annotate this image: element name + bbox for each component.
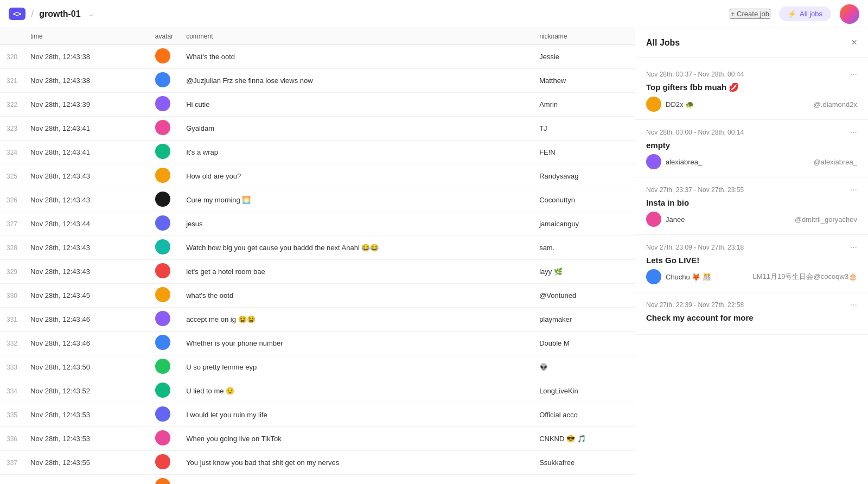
row-avatar: [149, 332, 180, 355]
row-avatar: [149, 236, 180, 260]
job-card[interactable]: Nov 27th, 23:09 - Nov 27th, 23:18 ··· Le…: [635, 235, 868, 292]
row-nickname: layy 🌿: [533, 260, 635, 284]
close-button[interactable]: ×: [851, 37, 857, 48]
job-user-avatar: [646, 154, 661, 169]
row-comment: Cure my morning 🌅: [180, 188, 533, 212]
job-username: alexiabrea_: [666, 158, 702, 166]
col-header-nickname: nickname: [533, 28, 635, 45]
job-card-header: Nov 28th, 00:00 - Nov 28th, 00:14 ···: [646, 128, 857, 137]
table-row: 337 Nov 28th, 12:43:55 You just know you…: [0, 451, 635, 475]
row-number: 333: [0, 355, 24, 379]
job-card[interactable]: Nov 28th, 00:37 - Nov 28th, 00:44 ··· To…: [635, 62, 868, 120]
table-row: 336 Nov 28th, 12:43:53 When you going li…: [0, 427, 635, 451]
row-number: 321: [0, 69, 24, 93]
col-header-comment: comment: [180, 28, 533, 45]
row-time: Nov 28th, 12:43:53: [24, 427, 149, 451]
job-user: Chuchu 🦊 🎊 LM11月19号生日会@cocoqw3🎂: [646, 269, 857, 284]
row-avatar: [149, 427, 180, 451]
job-menu-button[interactable]: ···: [850, 243, 857, 252]
row-number: 325: [0, 164, 24, 188]
row-nickname: CNKND 😎 🎵: [533, 427, 635, 451]
row-time: Nov 28th, 12:43:50: [24, 355, 149, 379]
row-avatar: [149, 260, 180, 284]
chevron-down-icon[interactable]: ⌄: [88, 10, 94, 18]
row-time: Nov 28th, 12:43:43: [24, 164, 149, 188]
row-nickname: Jessie: [533, 45, 635, 69]
row-time: Nov 28th, 12:43:38: [24, 45, 149, 69]
job-card-header: Nov 27th, 23:09 - Nov 27th, 23:18 ···: [646, 243, 857, 252]
table-row: 331 Nov 28th, 12:43:46 accept me on ig 😫…: [0, 308, 635, 332]
row-number: 322: [0, 93, 24, 117]
job-card[interactable]: Nov 27th, 23:37 - Nov 27th, 23:55 ··· In…: [635, 177, 868, 235]
job-title: Top gifters fbb muah 💋: [646, 82, 857, 92]
table-row: 338 Nov 28th, 12:43:58 lem slide in da l…: [0, 475, 635, 485]
comments-table: time avatar comment nickname 320 Nov 28t…: [0, 28, 635, 484]
table-row: 328 Nov 28th, 12:43:43 Watch how big you…: [0, 236, 635, 260]
row-time: Nov 28th, 12:43:38: [24, 69, 149, 93]
job-handle: @alexiabrea_: [814, 158, 857, 166]
job-menu-button[interactable]: ···: [850, 300, 857, 310]
row-number: 326: [0, 188, 24, 212]
job-menu-button[interactable]: ···: [850, 128, 857, 137]
page-title: growth-01: [39, 9, 80, 19]
row-time: Nov 28th, 12:43:52: [24, 379, 149, 403]
row-avatar: [149, 93, 180, 117]
row-comment: lem slide in da luh shit: [180, 475, 533, 485]
row-number: 335: [0, 403, 24, 427]
row-time: Nov 28th, 12:43:43: [24, 236, 149, 260]
row-nickname: playmaker: [533, 308, 635, 332]
row-comment: It's a wrap: [180, 141, 533, 164]
jobs-list[interactable]: Nov 28th, 00:37 - Nov 28th, 00:44 ··· To…: [635, 58, 868, 484]
table-row: 332 Nov 28th, 12:43:46 Whether is your p…: [0, 332, 635, 355]
job-user: DD2x 🐢 @.diamond2x: [646, 97, 857, 112]
row-avatar: [149, 308, 180, 332]
row-comment: Hi cutie: [180, 93, 533, 117]
row-number: 338: [0, 475, 24, 485]
row-comment: Gyaldam: [180, 117, 533, 141]
table-row: 327 Nov 28th, 12:43:44 jesus jamaicanguy: [0, 212, 635, 236]
panel-title: All Jobs: [646, 38, 680, 48]
job-user-avatar: [646, 269, 661, 284]
col-header-num: [0, 28, 24, 45]
row-time: Nov 28th, 12:43:41: [24, 141, 149, 164]
row-nickname: Randysavag: [533, 164, 635, 188]
job-menu-button[interactable]: ···: [850, 69, 857, 79]
job-handle: LM11月19号生日会@cocoqw3🎂: [753, 272, 857, 282]
comments-table-area[interactable]: time avatar comment nickname 320 Nov 28t…: [0, 28, 635, 484]
col-header-avatar: avatar: [149, 28, 180, 45]
job-user-avatar: [646, 97, 661, 112]
create-job-button[interactable]: + Create job: [730, 9, 770, 19]
row-avatar: [149, 188, 180, 212]
row-nickname: Official acco: [533, 403, 635, 427]
row-avatar: [149, 403, 180, 427]
row-number: 329: [0, 260, 24, 284]
job-user: alexiabrea_ @alexiabrea_: [646, 154, 857, 169]
row-nickname: @Vontuned: [533, 284, 635, 308]
row-time: Nov 28th, 12:43:43: [24, 188, 149, 212]
job-card[interactable]: Nov 27th, 22:39 - Nov 27th, 22:58 ··· Ch…: [635, 292, 868, 335]
job-time-range: Nov 27th, 23:37 - Nov 27th, 23:55: [646, 186, 744, 194]
row-avatar: [149, 212, 180, 236]
job-username: Chuchu 🦊 🎊: [666, 273, 711, 281]
row-number: 324: [0, 141, 24, 164]
user-avatar[interactable]: [840, 4, 859, 24]
table-row: 326 Nov 28th, 12:43:43 Cure my morning 🌅…: [0, 188, 635, 212]
row-number: 334: [0, 379, 24, 403]
all-jobs-button[interactable]: ⚡ All jobs: [779, 7, 831, 21]
row-avatar: [149, 475, 180, 485]
table-row: 321 Nov 28th, 12:43:38 @Juzjulian Frz sh…: [0, 69, 635, 93]
job-time-range: Nov 28th, 00:37 - Nov 28th, 00:44: [646, 71, 744, 78]
table-row: 329 Nov 28th, 12:43:43 let's get a hotel…: [0, 260, 635, 284]
row-nickname: TJ: [533, 117, 635, 141]
main-layout: time avatar comment nickname 320 Nov 28t…: [0, 28, 868, 484]
row-time: Nov 28th, 12:43:45: [24, 284, 149, 308]
job-card[interactable]: Nov 28th, 00:00 - Nov 28th, 00:14 ··· em…: [635, 120, 868, 177]
job-menu-button[interactable]: ···: [850, 185, 857, 195]
row-avatar: [149, 141, 180, 164]
row-nickname: Matthew: [533, 69, 635, 93]
row-avatar: [149, 164, 180, 188]
row-number: 336: [0, 427, 24, 451]
row-comment: jesus: [180, 212, 533, 236]
table-row: 330 Nov 28th, 12:43:45 what's the ootd @…: [0, 284, 635, 308]
table-row: 320 Nov 28th, 12:43:38 What's the ootd J…: [0, 45, 635, 69]
